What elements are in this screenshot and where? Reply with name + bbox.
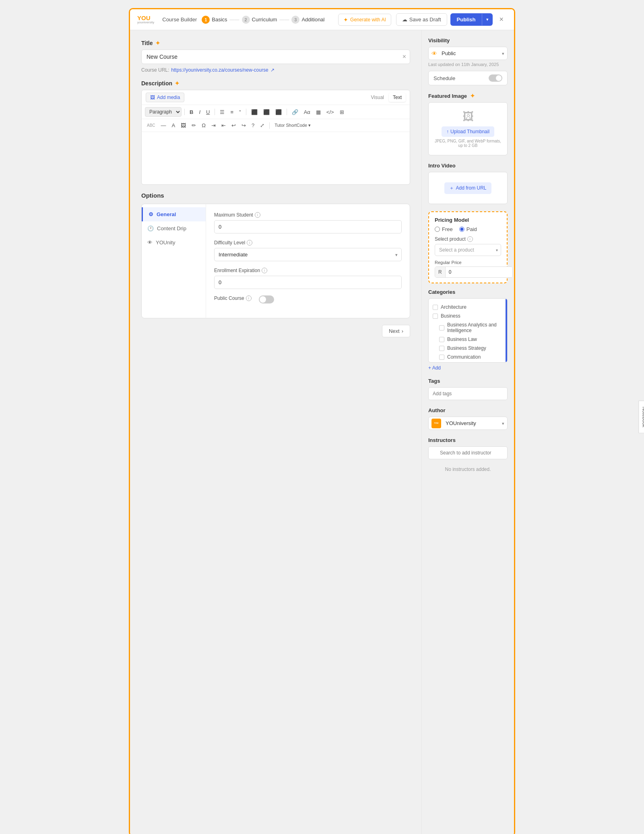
public-course-toggle[interactable] — [259, 295, 274, 303]
undo-button[interactable]: ↩ — [229, 121, 238, 130]
external-link-icon[interactable]: ↗ — [270, 67, 275, 73]
edit-button[interactable]: ✏ — [190, 121, 198, 130]
cat-checkbox-business-strategy[interactable] — [439, 346, 444, 351]
line-button[interactable]: — — [159, 121, 168, 130]
bullet-list-button[interactable]: ☰ — [218, 108, 227, 116]
paragraph-select[interactable]: Paragraph — [145, 107, 182, 117]
visibility-select[interactable]: Public Private Password Protected — [428, 47, 508, 60]
code-button[interactable]: </> — [324, 108, 336, 116]
tab-general[interactable]: ⚙ General — [142, 207, 206, 221]
cat-checkbox-communication[interactable] — [439, 355, 444, 360]
intro-video-box: ＋ Add from URL — [428, 172, 508, 204]
notebook-tab[interactable]: Notebook — [638, 400, 644, 433]
outdent-button[interactable]: ⇤ — [219, 121, 228, 130]
underline-button[interactable]: U — [204, 108, 212, 116]
publish-button[interactable]: Publish ▾ — [450, 13, 493, 26]
add-from-url-button[interactable]: ＋ Add from URL — [444, 182, 491, 194]
tab-content-drip-label: Content Drip — [157, 225, 186, 231]
link-button[interactable]: 🔗 — [290, 108, 300, 116]
category-business-strategy: Business Strategy — [433, 344, 503, 353]
ordered-list-button[interactable]: ≡ — [228, 108, 235, 116]
editor-body[interactable] — [142, 132, 410, 184]
expand-button[interactable]: ⤢ — [258, 121, 266, 130]
next-label: Next — [389, 328, 400, 334]
fullscreen-button[interactable]: ⊞ — [338, 108, 346, 116]
next-button[interactable]: Next › — [382, 325, 410, 337]
cat-checkbox-bai[interactable] — [439, 325, 444, 330]
save-draft-button[interactable]: ☁ Save as Draft — [396, 13, 447, 26]
pricing-free-input[interactable] — [435, 227, 440, 232]
upload-icon-small: ↑ — [446, 129, 449, 134]
difficulty-select[interactable]: Beginner Intermediate Advanced Expert — [214, 248, 402, 261]
close-button[interactable]: × — [496, 14, 507, 25]
title-clear-button[interactable]: × — [402, 53, 406, 60]
schedule-toggle[interactable] — [489, 74, 502, 82]
generate-ai-button[interactable]: ✦ Generate with AI — [338, 14, 391, 26]
more-button[interactable]: ▦ — [314, 108, 323, 116]
align-center-button[interactable]: ⬛ — [261, 108, 272, 116]
add-media-button[interactable]: 🖼 Add media — [146, 93, 184, 102]
title-ai-spark-icon: ✦ — [155, 40, 160, 46]
image-button[interactable]: 🖼 — [179, 121, 188, 130]
tab-visual[interactable]: Visual — [367, 93, 388, 102]
format-button[interactable]: Aα — [302, 108, 312, 116]
title-section-label: Title ✦ — [141, 40, 410, 46]
instructor-search-input[interactable] — [428, 446, 508, 459]
featured-image-box: 🖼 ↑ Upload Thumbnail JPEG, PNG, GIF, and… — [428, 102, 508, 155]
enrollment-input[interactable] — [214, 276, 402, 289]
upload-placeholder-icon: 🖼 — [462, 110, 474, 123]
regular-price-currency: R — [435, 267, 446, 277]
add-category-button[interactable]: + Add — [428, 365, 508, 371]
step-basics[interactable]: 1 Basics — [202, 16, 227, 24]
public-course-label: Public Course i — [214, 295, 252, 301]
tags-input[interactable] — [428, 387, 508, 400]
regular-price-input[interactable] — [446, 267, 512, 277]
pricing-paid-label: Paid — [466, 226, 477, 232]
italic-button[interactable]: I — [197, 108, 202, 116]
visibility-arrow-icon: ▾ — [502, 51, 504, 56]
max-student-group: Maximum Student i — [214, 212, 402, 233]
tags-section: Tags — [428, 378, 508, 400]
pricing-paid-input[interactable] — [459, 227, 464, 232]
indent-button[interactable]: ⇥ — [209, 121, 218, 130]
tab-text[interactable]: Text — [389, 93, 406, 102]
step-curriculum[interactable]: 2 Curriculum — [242, 16, 277, 24]
title-input[interactable] — [141, 50, 410, 64]
cat-checkbox-business-law[interactable] — [439, 337, 444, 342]
price-row: Regular Price R Sale Price R — [435, 260, 501, 278]
pricing-free-label: Free — [442, 226, 453, 232]
align-left-button[interactable]: ⬛ — [249, 108, 260, 116]
intro-video-title: Intro Video — [428, 163, 508, 169]
pricing-paid-radio[interactable]: Paid — [459, 226, 477, 232]
cat-checkbox-business[interactable] — [433, 314, 438, 319]
help-button[interactable]: ? — [250, 121, 256, 130]
course-url-link[interactable]: https://youniversity.co.za/courses/new-c… — [171, 67, 268, 73]
upload-thumbnail-button[interactable]: ↑ Upload Thumbnail — [442, 126, 494, 137]
omega-button[interactable]: Ω — [200, 121, 208, 130]
cat-checkbox-architecture[interactable] — [433, 305, 438, 310]
abc-button[interactable]: ABC — [145, 122, 157, 129]
tutor-shortcode-button[interactable]: Tutor ShortCode ▾ — [272, 122, 313, 129]
blockquote-button[interactable]: " — [237, 108, 243, 116]
upload-hint: JPEG, PNG, GIF, and WebP formats, up to … — [433, 139, 503, 148]
add-media-label: Add media — [157, 95, 180, 100]
tab-younity[interactable]: 👁 YOUnity — [142, 235, 206, 250]
tab-content-drip[interactable]: 🕐 Content Drip — [142, 221, 206, 235]
redo-button[interactable]: ↪ — [239, 121, 248, 130]
younity-icon: 👁 — [147, 239, 153, 246]
ai-icon: ✦ — [343, 17, 348, 23]
step-additional[interactable]: 3 Additional — [291, 16, 324, 24]
pricing-free-radio[interactable]: Free — [435, 226, 453, 232]
visibility-select-wrapper: 👁 Public Private Password Protected ▾ — [428, 47, 508, 60]
enrollment-info-icon: i — [262, 268, 267, 273]
intro-video-section: Intro Video ＋ Add from URL — [428, 163, 508, 204]
editor-top-bar: 🖼 Add media Visual Text — [142, 90, 410, 105]
font-color-button[interactable]: A — [170, 121, 178, 130]
align-right-button[interactable]: ⬛ — [273, 108, 284, 116]
editor-view-tabs: Visual Text — [367, 93, 406, 102]
left-panel: Title ✦ × Course URL: https://youniversi… — [130, 30, 421, 834]
select-product-select[interactable]: Select a product — [435, 244, 501, 256]
max-student-input[interactable] — [214, 220, 402, 233]
toolbar-row2: ABC — A 🖼 ✏ Ω ⇥ ⇤ ↩ ↪ ? ⤢ Tutor ShortCod… — [142, 119, 410, 132]
bold-button[interactable]: B — [188, 108, 195, 116]
